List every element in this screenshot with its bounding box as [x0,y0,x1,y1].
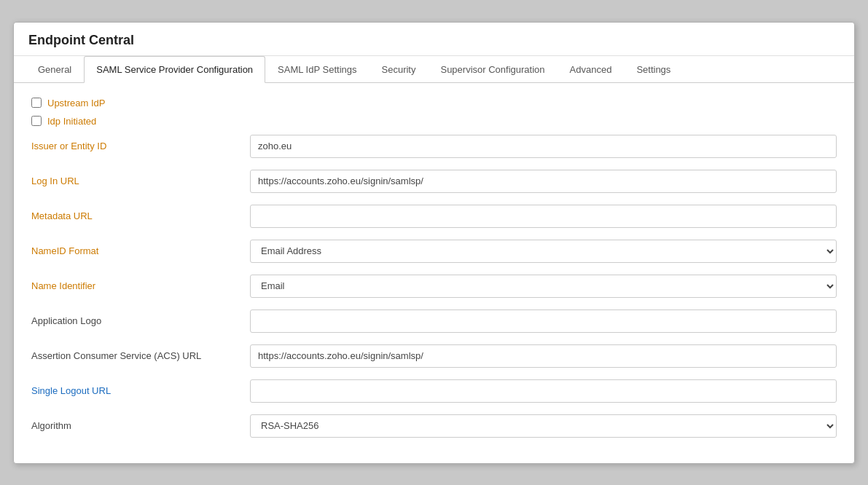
metadata-url-input[interactable] [250,205,837,228]
window-title: Endpoint Central [14,23,854,56]
tab-bar: General SAML Service Provider Configurat… [14,56,854,83]
single-logout-url-label: Single Logout URL [31,385,250,396]
tab-advanced[interactable]: Advanced [558,56,625,83]
form-content: Upstream IdP Idp Initiated Issuer or Ent… [14,83,854,463]
tab-general[interactable]: General [26,56,84,83]
tab-settings[interactable]: Settings [624,56,683,83]
single-logout-url-input[interactable] [250,379,837,403]
tab-security[interactable]: Security [370,56,429,83]
issuer-entity-id-row: Issuer or Entity ID [31,134,837,159]
name-identifier-row: Name Identifier Email Username User ID [31,274,837,299]
acs-url-row: Assertion Consumer Service (ACS) URL [31,344,837,368]
tab-saml-sp[interactable]: SAML Service Provider Configuration [84,56,265,83]
algorithm-select[interactable]: RSA-SHA256 RSA-SHA1 RSA-SHA512 [250,414,837,438]
name-identifier-label: Name Identifier [31,280,250,291]
upstream-idp-label[interactable]: Upstream IdP [47,98,105,109]
login-url-label: Log In URL [31,176,250,186]
login-url-input[interactable] [250,170,837,193]
idp-initiated-checkbox[interactable] [31,116,42,126]
single-logout-url-row: Single Logout URL [31,379,837,403]
upstream-idp-checkbox[interactable] [31,98,42,108]
algorithm-label: Algorithm [31,420,250,431]
acs-url-label: Assertion Consumer Service (ACS) URL [31,350,250,361]
application-logo-input[interactable] [250,309,837,333]
upstream-idp-row: Upstream IdP [31,98,837,109]
login-url-row: Log In URL [31,169,837,194]
idp-initiated-label[interactable]: Idp Initiated [47,116,96,127]
acs-url-input[interactable] [250,344,837,368]
tab-saml-idp[interactable]: SAML IdP Settings [265,56,369,83]
nameid-format-row: NameID Format Email Address Unspecified … [31,239,837,264]
main-window: Endpoint Central General SAML Service Pr… [13,22,855,464]
issuer-entity-id-label: Issuer or Entity ID [31,141,250,151]
application-logo-row: Application Logo [31,309,837,334]
algorithm-row: Algorithm RSA-SHA256 RSA-SHA1 RSA-SHA512 [31,414,837,438]
issuer-entity-id-input[interactable] [250,135,837,158]
metadata-url-row: Metadata URL [31,204,837,229]
name-identifier-select[interactable]: Email Username User ID [250,275,837,298]
application-logo-label: Application Logo [31,315,250,326]
nameid-format-select[interactable]: Email Address Unspecified Persistent Tra… [250,240,837,263]
metadata-url-label: Metadata URL [31,210,250,221]
idp-initiated-row: Idp Initiated [31,116,837,127]
nameid-format-label: NameID Format [31,245,250,256]
tab-supervisor[interactable]: Supervisor Configuration [428,56,557,83]
